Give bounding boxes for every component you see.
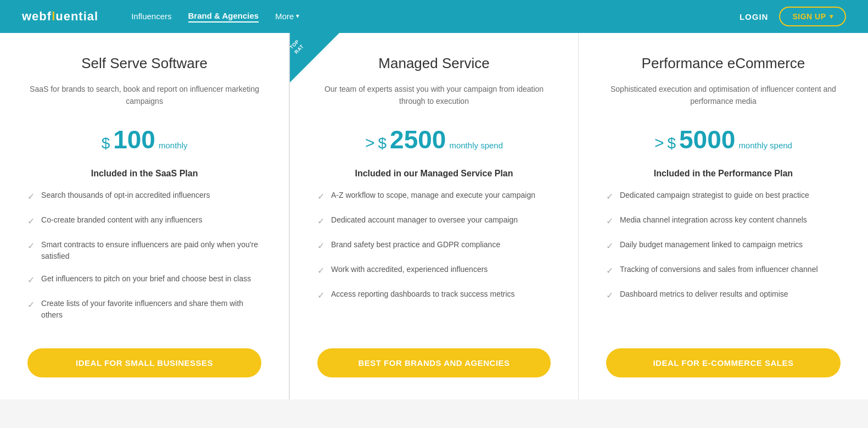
list-item: ✓ Get influencers to pitch on your brief… [27,273,261,287]
list-item: ✓ Create lists of your favorite influenc… [27,298,261,321]
price-gt-symbol: > [365,134,375,152]
price-dollar-symbol: $ [378,135,387,152]
check-icon: ✓ [317,264,324,277]
check-icon: ✓ [606,190,613,203]
plan-title: Managed Service [317,55,551,72]
nav-influencers[interactable]: Influencers [131,12,171,22]
top-rated-ribbon: TOPRAT [290,33,339,82]
plan-performance-ecommerce: Performance eCommerce Sophisticated exec… [579,33,868,399]
check-icon: ✓ [27,274,35,287]
plan-included-label: Included in the SaaS Plan [27,169,261,179]
price-dollar-symbol: $ [102,135,110,152]
price-value: 2500 [390,127,446,152]
price-value: 100 [113,127,155,152]
check-icon: ✓ [27,215,35,228]
feature-list: ✓ Search thousands of opt-in accredited … [27,190,261,332]
logo[interactable]: webfluential [22,9,98,24]
nav-right: LOGIN SIGN UP ▾ [740,7,846,26]
list-item: ✓ Work with accredited, experienced infl… [317,264,551,277]
plan-included-label: Included in our Managed Service Plan [317,169,551,179]
check-icon: ✓ [317,289,324,302]
nav-brand-agencies[interactable]: Brand & Agencies [188,11,259,23]
signup-button[interactable]: SIGN UP ▾ [779,7,846,26]
list-item: ✓ Media channel integration across key c… [606,214,841,228]
plan-title: Performance eCommerce [606,55,841,72]
check-icon: ✓ [27,190,35,203]
check-icon: ✓ [317,240,324,253]
list-item: ✓ Daily budget management linked to camp… [606,239,841,253]
plan-description: SaaS for brands to search, book and repo… [27,83,261,116]
feature-list: ✓ A-Z workflow to scope, manage and exec… [317,190,551,332]
check-icon: ✓ [27,240,35,253]
chevron-down-icon: ▾ [830,13,833,20]
plan-managed-service: TOPRAT Managed Service Our team of exper… [289,33,579,399]
price-dollar-symbol: $ [667,135,676,152]
check-icon: ✓ [317,190,324,203]
check-icon: ✓ [606,264,613,277]
plan-included-label: Included in the Performance Plan [606,169,841,179]
list-item: ✓ Dedicated account manager to oversee y… [317,214,551,228]
price-label: monthly [159,141,188,150]
check-icon: ✓ [606,289,613,302]
pricing-section: Self Serve Software SaaS for brands to s… [0,33,868,399]
plan-self-serve: Self Serve Software SaaS for brands to s… [0,33,289,399]
check-icon: ✓ [317,215,324,228]
plan-description: Sophisticated execution and optimisation… [606,83,841,116]
price-label: monthly spend [738,141,792,150]
plan-description: Our team of experts assist you with your… [317,83,551,116]
check-icon: ✓ [606,240,613,253]
nav-links: Influencers Brand & Agencies More ▾ [131,11,740,23]
navbar: webfluential Influencers Brand & Agencie… [0,0,868,33]
cta-button-performance[interactable]: IDEAL FOR E-COMMERCE SALES [606,348,841,377]
price-label: monthly spend [449,141,503,150]
check-icon: ✓ [27,298,35,312]
cta-button-self-serve[interactable]: IDEAL FOR SMALL BUSINESSES [27,348,261,377]
price-row: $ 100 monthly [27,127,261,152]
list-item: ✓ Tracking of conversions and sales from… [606,264,841,277]
list-item: ✓ A-Z workflow to scope, manage and exec… [317,190,551,203]
feature-list: ✓ Dedicated campaign strategist to guide… [606,190,841,332]
list-item: ✓ Brand safety best practice and GDPR co… [317,239,551,253]
login-button[interactable]: LOGIN [740,12,769,21]
price-gt-symbol: > [654,134,664,152]
check-icon: ✓ [606,215,613,228]
list-item: ✓ Smart contracts to ensure influencers … [27,239,261,262]
price-value: 5000 [679,127,735,152]
list-item: ✓ Co-create branded content with any inf… [27,214,261,228]
list-item: ✓ Dedicated campaign strategist to guide… [606,190,841,203]
chevron-down-icon: ▾ [296,12,299,20]
price-row: > $ 2500 monthly spend [317,127,551,152]
price-row: > $ 5000 monthly spend [606,127,841,152]
nav-more[interactable]: More ▾ [275,12,299,22]
list-item: ✓ Search thousands of opt-in accredited … [27,190,261,203]
plan-title: Self Serve Software [27,55,261,72]
list-item: ✓ Access reporting dashboards to track s… [317,288,551,302]
cta-button-managed[interactable]: BEST FOR BRANDS AND AGENCIES [317,348,551,377]
list-item: ✓ Dashboard metrics to deliver results a… [606,288,841,302]
ribbon-text: TOPRAT [290,38,305,55]
